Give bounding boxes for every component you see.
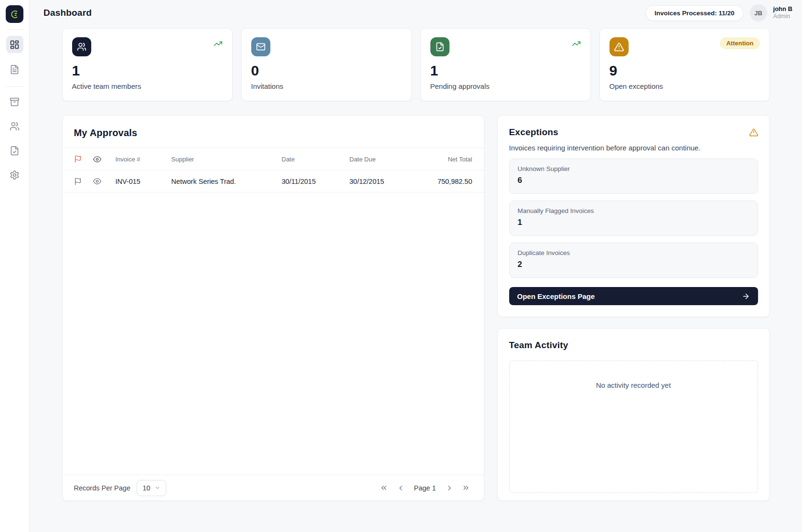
sidebar-item-documents[interactable]	[6, 61, 23, 78]
col-supplier: Supplier	[171, 156, 282, 163]
first-page-button[interactable]	[378, 482, 390, 494]
sidebar	[0, 0, 30, 532]
table-empty-space	[63, 192, 484, 475]
last-page-button[interactable]	[460, 482, 472, 494]
team-activity-empty-message: No activity recorded yet	[596, 381, 671, 492]
col-net-total: Net Total	[426, 156, 472, 163]
sidebar-divider	[6, 29, 23, 30]
team-activity-panel: Team Activity No activity recorded yet	[497, 328, 770, 501]
gear-icon	[10, 170, 20, 180]
exception-label: Unknown Supplier	[518, 165, 749, 172]
col-invoice: Invoice #	[116, 156, 171, 163]
my-approvals-title: My Approvals	[74, 128, 472, 138]
chevron-right-icon	[446, 484, 453, 492]
sidebar-nav-group	[6, 93, 23, 191]
exceptions-description: Invoices requiring intervention before a…	[509, 144, 758, 152]
users-icon	[77, 42, 86, 52]
user-meta: john B Admin	[773, 5, 792, 21]
exception-value: 1	[518, 218, 749, 227]
file-text-icon	[10, 64, 20, 74]
approvals-table-header: Invoice # Supplier Date Date Due Net Tot…	[63, 148, 484, 170]
exception-item-duplicate-invoices: Duplicate Invoices 2	[509, 243, 758, 278]
approvals-table-row[interactable]: INV-015 Network Series Trad. 30/11/2015 …	[63, 170, 484, 192]
cell-net-total: 750,982.50	[426, 178, 472, 185]
invoices-processed-badge: Invoices Processed: 11/20	[645, 5, 743, 21]
file-check-icon	[10, 146, 20, 156]
stat-icon-wrap	[610, 37, 629, 56]
eye-icon	[93, 177, 101, 185]
flag-icon	[74, 155, 82, 163]
open-exceptions-label: Open Exceptions Page	[517, 292, 595, 300]
top-bar: Dashboard Invoices Processed: 11/20 JB j…	[30, 0, 802, 26]
eye-icon	[93, 155, 101, 163]
sidebar-item-team[interactable]	[6, 117, 23, 135]
trending-up-icon	[214, 39, 223, 48]
logo-c-icon	[10, 9, 20, 20]
exception-label: Manually Flagged Invoices	[518, 207, 749, 214]
alert-triangle-icon	[614, 42, 624, 52]
stats-row: 1 Active team members 0 Invitations	[62, 28, 770, 101]
stat-card-pending-approvals: 1 Pending approvals	[420, 28, 591, 101]
team-activity-empty-state: No activity recorded yet	[509, 361, 758, 493]
stat-icon-wrap	[72, 37, 91, 56]
exception-value: 6	[518, 176, 749, 185]
stat-label: Open exceptions	[610, 82, 760, 90]
cell-supplier: Network Series Trad.	[171, 178, 282, 185]
records-per-page-value: 10	[142, 484, 150, 492]
exception-item-manually-flagged: Manually Flagged Invoices 1	[509, 201, 758, 236]
right-column: Exceptions Invoices requiring interventi…	[497, 115, 770, 501]
stat-value: 9	[610, 63, 760, 79]
row-view-button[interactable]	[93, 177, 116, 185]
user-role: Admin	[773, 13, 792, 21]
attention-badge: Attention	[720, 37, 759, 49]
stat-card-active-members: 1 Active team members	[62, 28, 233, 101]
page-indicator: Page 1	[414, 484, 436, 492]
sidebar-item-archive[interactable]	[6, 93, 23, 110]
chevron-left-icon	[397, 484, 405, 492]
app-logo[interactable]	[6, 5, 23, 23]
prev-page-button[interactable]	[395, 482, 407, 494]
next-page-button[interactable]	[443, 482, 456, 494]
col-date: Date	[282, 156, 350, 163]
team-activity-title: Team Activity	[509, 340, 758, 351]
exception-label: Duplicate Invoices	[518, 249, 749, 256]
chevrons-right-icon	[462, 484, 470, 492]
topbar-right: Invoices Processed: 11/20 JB john B Admi…	[645, 4, 792, 21]
chevrons-left-icon	[380, 484, 388, 492]
content: 1 Active team members 0 Invitations	[62, 26, 770, 501]
exceptions-title: Exceptions	[509, 127, 558, 138]
cell-invoice: INV-015	[116, 178, 171, 185]
col-date-due: Date Due	[350, 156, 426, 163]
stat-icon-wrap	[430, 37, 449, 56]
sidebar-item-settings[interactable]	[6, 166, 23, 183]
layout-dashboard-icon	[10, 40, 20, 50]
arrow-right-icon	[742, 292, 750, 300]
exception-value: 2	[518, 260, 749, 269]
sidebar-divider	[6, 86, 23, 87]
users-icon	[10, 121, 20, 131]
open-exceptions-page-button[interactable]: Open Exceptions Page	[509, 287, 758, 305]
stat-icon-wrap	[251, 37, 270, 56]
user-name: john B	[773, 5, 792, 13]
alert-triangle-icon	[749, 128, 758, 137]
flag-icon	[74, 178, 82, 185]
row-flag-button[interactable]	[74, 178, 93, 185]
stat-card-invitations: 0 Invitations	[241, 28, 412, 101]
page-title: Dashboard	[43, 8, 92, 18]
main-area: Dashboard Invoices Processed: 11/20 JB j…	[30, 0, 802, 532]
exception-item-unknown-supplier: Unknown Supplier 6	[509, 159, 758, 194]
stat-value: 1	[72, 63, 223, 79]
stat-value: 0	[251, 63, 402, 79]
my-approvals-card: My Approvals Invoice # Sup	[62, 115, 484, 501]
trending-up-icon	[572, 39, 581, 48]
chevron-down-icon	[154, 485, 160, 491]
avatar[interactable]: JB	[750, 4, 767, 21]
records-per-page-select[interactable]: 10	[137, 480, 166, 496]
sidebar-item-approvals[interactable]	[6, 142, 23, 159]
stat-card-open-exceptions: Attention 9 Open exceptions	[599, 28, 770, 101]
sidebar-item-dashboard[interactable]	[6, 36, 23, 53]
exceptions-panel: Exceptions Invoices requiring interventi…	[497, 115, 770, 317]
file-check-icon	[435, 42, 445, 52]
stat-label: Pending approvals	[430, 82, 581, 90]
pagination: Page 1	[378, 482, 472, 494]
